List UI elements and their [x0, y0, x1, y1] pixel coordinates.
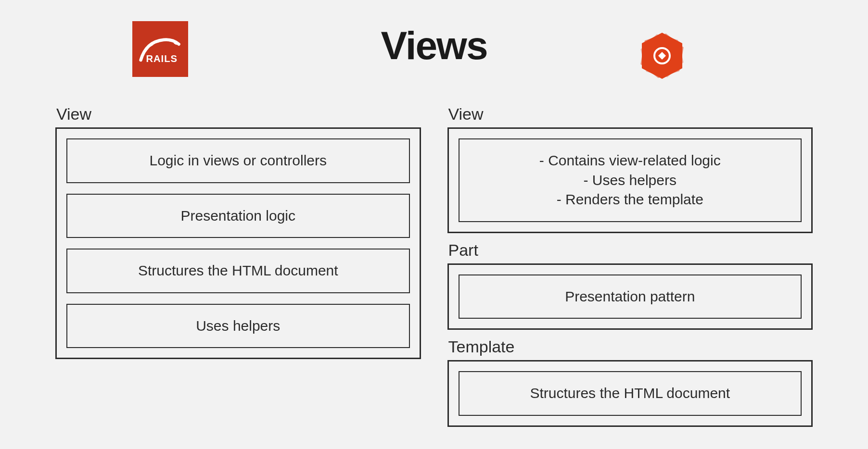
inner-box: - Contains view-related logic- Uses help… [459, 138, 802, 222]
inner-box: Presentation logic [66, 194, 410, 238]
section-label: Template [447, 337, 813, 356]
left-section-view: ViewLogic in views or controllersPresent… [55, 105, 421, 359]
left-column: ViewLogic in views or controllersPresent… [55, 105, 421, 435]
inner-box-line: - Uses helpers [467, 171, 793, 190]
page-title: Views [0, 23, 868, 68]
section-label: View [55, 105, 421, 124]
right-section-part: PartPresentation pattern [447, 241, 813, 330]
columns: ViewLogic in views or controllersPresent… [0, 105, 868, 435]
header: RAILS Views [0, 0, 868, 82]
right-section-template: TemplateStructures the HTML document [447, 337, 813, 427]
inner-box-line: - Contains view-related logic [467, 151, 793, 171]
section-label: View [447, 105, 813, 124]
outer-box: Structures the HTML document [447, 360, 813, 427]
inner-box-line: - Renders the template [467, 190, 793, 210]
inner-box: Uses helpers [66, 304, 410, 349]
outer-box: Logic in views or controllersPresentatio… [55, 127, 421, 359]
hanami-logo-icon [633, 27, 691, 85]
right-column: View- Contains view-related logic- Uses … [447, 105, 813, 435]
inner-box: Logic in views or controllers [66, 138, 410, 183]
section-label: Part [447, 241, 813, 260]
inner-box: Structures the HTML document [459, 371, 802, 416]
inner-box: Structures the HTML document [66, 249, 410, 293]
outer-box: Presentation pattern [447, 263, 813, 330]
outer-box: - Contains view-related logic- Uses help… [447, 127, 813, 233]
right-section-view: View- Contains view-related logic- Uses … [447, 105, 813, 233]
inner-box: Presentation pattern [459, 274, 802, 319]
